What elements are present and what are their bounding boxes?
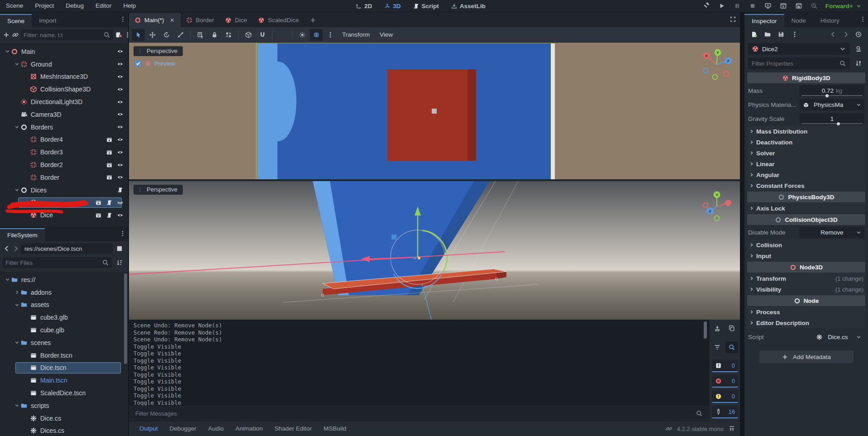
tab-node[interactable]: Node (784, 14, 813, 27)
script-button[interactable] (114, 185, 125, 195)
globe-button[interactable] (310, 29, 323, 41)
expand-panel-icon[interactable] (728, 425, 735, 432)
movie-maker-button[interactable] (807, 0, 821, 11)
save-log-button[interactable] (711, 322, 724, 334)
scene-tree-row[interactable]: Border4 (0, 134, 128, 146)
script-button[interactable] (104, 197, 114, 207)
scene-tree-row[interactable]: Border (0, 171, 128, 184)
add-node-button[interactable] (3, 29, 10, 40)
scene-tab-dice[interactable]: Dice (219, 13, 253, 27)
visibility-toggle[interactable] (114, 72, 125, 81)
axis-gizmo-bottom[interactable]: Y Z (701, 189, 734, 222)
fs-tree-row[interactable]: Border.tscn (0, 349, 128, 362)
collapse-log-button[interactable] (711, 341, 724, 353)
group-mass-distribution[interactable]: Mass Distribution (747, 126, 865, 137)
viewport-perspective[interactable]: ⋮ Perspective Y Z (129, 181, 740, 320)
workspace-script-button[interactable]: Script (408, 0, 444, 12)
scene-tab-main[interactable]: Main(*) (129, 13, 181, 27)
fs-forward-button[interactable] (12, 243, 20, 254)
fs-filter-box[interactable] (3, 257, 112, 268)
output-scrollbar[interactable] (704, 321, 707, 339)
save-resource-button[interactable] (775, 29, 787, 40)
open-instance-button[interactable] (93, 210, 104, 220)
inspector-filter-box[interactable] (748, 57, 850, 69)
group-collision[interactable]: Collision (747, 240, 865, 250)
bottom-tab-audio[interactable]: Audio (202, 422, 230, 436)
lock-node-button[interactable] (208, 29, 221, 41)
stop-button[interactable] (746, 0, 759, 11)
rotate-tool-button[interactable] (160, 29, 173, 41)
fs-tree-row[interactable]: assets (0, 299, 128, 311)
script-button[interactable] (104, 210, 114, 220)
play-scene-button[interactable] (777, 0, 790, 11)
inspector-options-button[interactable] (859, 16, 866, 23)
physics-material-picker[interactable]: PhysicsMa (800, 99, 864, 110)
fs-tree-row[interactable]: addons (0, 286, 128, 299)
copy-log-button[interactable] (725, 322, 738, 334)
sun-button[interactable] (296, 29, 309, 41)
expand-arrow[interactable] (13, 340, 20, 345)
scene-tree-row[interactable]: Dices (0, 184, 128, 196)
expand-arrow[interactable] (13, 124, 20, 130)
bottom-tab-output[interactable]: Output (134, 422, 164, 436)
scene-tree-row[interactable]: Dice (0, 209, 128, 221)
local-space-cube-button[interactable] (242, 29, 255, 41)
fs-tree-row[interactable]: scenes (0, 336, 128, 349)
scale-tool-button[interactable] (174, 29, 187, 41)
renderer-select[interactable]: Forward+ (823, 3, 864, 10)
scene-tab-border[interactable]: Border (181, 13, 220, 27)
visibility-toggle[interactable] (114, 160, 125, 170)
fs-tree-row[interactable]: scripts (0, 399, 128, 412)
list-select-tool-button[interactable] (194, 29, 207, 41)
perspective-menu-top[interactable]: ⋮ Perspective (134, 46, 183, 56)
bottom-tab-shader-editor[interactable]: Shader Editor (268, 422, 318, 436)
deprecated-badge-button[interactable]: 0 (712, 359, 738, 372)
new-scene-tab-button[interactable] (304, 13, 322, 27)
scene-filter-box[interactable] (21, 29, 113, 40)
resource-menu-button[interactable] (789, 29, 801, 40)
visibility-toggle[interactable] (114, 210, 125, 220)
instantiate-scene-button[interactable] (12, 29, 19, 40)
group-visibility[interactable]: Visibility(1 change) (747, 284, 865, 295)
tab-history[interactable]: History (813, 14, 847, 27)
menu-help[interactable]: Help (117, 0, 142, 12)
scene-tree-row[interactable]: Borders (0, 121, 128, 134)
group-input[interactable]: Input (747, 250, 865, 261)
pause-button[interactable] (730, 0, 744, 11)
fs-tree-row[interactable]: Dices.cs (0, 425, 128, 436)
attach-script-button[interactable] (115, 29, 122, 40)
visibility-toggle[interactable] (114, 147, 125, 157)
visibility-toggle[interactable] (114, 59, 125, 69)
warning-badge-button[interactable]: 0 (712, 390, 738, 403)
scene-tree-row[interactable]: Camera3D (0, 108, 128, 121)
preview-checkbox[interactable] (134, 60, 142, 67)
fs-split-mode-button[interactable] (114, 243, 125, 254)
fs-filter-input[interactable] (5, 259, 102, 266)
expand-arrow[interactable] (13, 302, 20, 308)
output-log[interactable]: Scene Undo: Remove Node(s)Scene Redo: Re… (129, 320, 709, 406)
group-node-button[interactable] (222, 29, 235, 41)
play-button[interactable] (715, 0, 729, 11)
history-back-button[interactable] (827, 29, 839, 40)
search-log-button[interactable] (725, 341, 738, 353)
workspace-3d-button[interactable]: 3D (379, 0, 405, 12)
scene-filter-input[interactable] (24, 32, 103, 38)
move-tool-button[interactable] (146, 29, 159, 41)
open-instance-button[interactable] (104, 160, 114, 170)
object-selector[interactable]: Dice2 (748, 43, 850, 55)
distraction-free-button[interactable] (730, 16, 736, 23)
visibility-toggle[interactable] (114, 110, 125, 120)
scene-tab-scaleddice[interactable]: ScaledDice (253, 13, 304, 27)
group-deactivation[interactable]: Deactivation (747, 137, 865, 148)
fs-tree-row[interactable]: Main.tscn (0, 374, 128, 387)
filter-messages-input[interactable] (135, 410, 696, 417)
fs-tree-row[interactable]: Dice.cs (0, 412, 128, 425)
category-collisionobject3d[interactable]: CollisionObject3D (747, 214, 865, 225)
open-instance-button[interactable] (104, 172, 114, 182)
workspace-2d-button[interactable]: 2D (351, 0, 377, 12)
fs-tree-row[interactable]: res:// (0, 273, 128, 286)
filter-messages-box[interactable] (133, 407, 706, 419)
group-constant-forces[interactable]: Constant Forces (747, 180, 865, 191)
group-linear[interactable]: Linear (747, 158, 865, 169)
fs-tree-row[interactable]: ScaledDice.tscn (0, 387, 128, 399)
